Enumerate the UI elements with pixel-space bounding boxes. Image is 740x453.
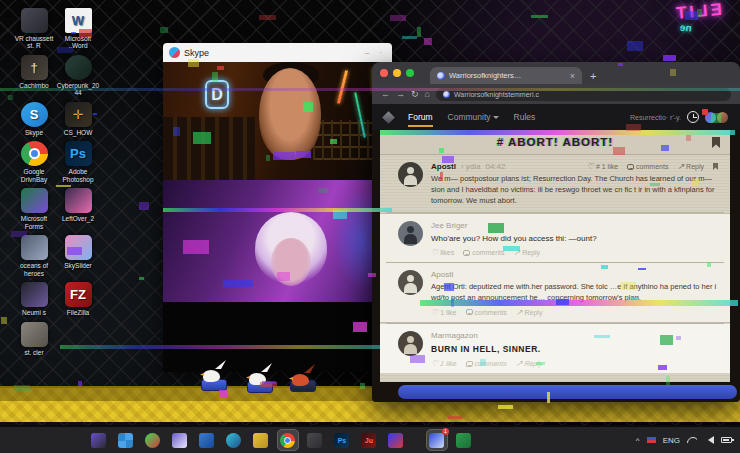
taskbar: PsJu1 ^ ENG [0, 425, 740, 453]
back-icon[interactable]: ← [381, 89, 390, 99]
desktop-icon-label: Google DrivnBay [12, 168, 56, 183]
avatar[interactable] [398, 270, 423, 295]
search-icon [145, 433, 160, 448]
taskbar-icon-widget[interactable] [89, 430, 109, 450]
like-button[interactable]: 1 like [431, 308, 457, 317]
reply-button[interactable]: Reply [677, 162, 704, 171]
post-author[interactable]: Jee Briger [431, 221, 467, 230]
desktop-icon-filezilla[interactable]: FZFileZilla [56, 282, 100, 316]
new-tab-button[interactable]: + [590, 70, 596, 82]
desktop-icon-photoshop[interactable]: PsAdobe Photoshop [56, 141, 100, 183]
skype-window-controls[interactable]: – · [365, 48, 386, 57]
desktop-icon-vr-headset[interactable]: VR chaussett st. R [12, 8, 56, 50]
like-button[interactable]: # 1 like [587, 162, 618, 171]
desktop-icon-word[interactable]: WMicrosoft ..Word [56, 8, 100, 50]
taskbar-icon-adobe[interactable]: Ju [359, 430, 379, 450]
wallpaper-neon-glitch-text: ELIT [672, 0, 722, 24]
glitch-block [531, 15, 548, 19]
battery-icon[interactable] [721, 437, 732, 443]
taskbar-icon-office[interactable] [197, 430, 217, 450]
comments-button[interactable]: comments [466, 309, 507, 316]
man-face [259, 68, 321, 160]
nav-tab-forum[interactable]: Forum [408, 112, 433, 127]
taskbar-icon-sheets[interactable] [454, 430, 474, 450]
glitch-block [160, 27, 168, 32]
desktop-icon-crucifix[interactable]: †Cachimbo [12, 55, 56, 97]
desktop-icon-skyslider[interactable]: SkySlider [56, 235, 100, 277]
post-author[interactable]: Apostl [431, 162, 456, 171]
reply-button[interactable]: Reply [516, 308, 543, 317]
taskbar-icon-start-button[interactable] [116, 430, 136, 450]
close-window-button[interactable] [380, 69, 388, 77]
taskbar-icon-game-client[interactable]: 1 [427, 430, 447, 450]
taskbar-icon-notes[interactable] [305, 430, 325, 450]
post-author[interactable]: Marmagazon [431, 331, 478, 340]
bar-shelf-decor [163, 117, 255, 180]
reply-icon [515, 359, 523, 368]
minimize-window-button[interactable] [393, 69, 401, 77]
forms-icon [21, 188, 48, 213]
comments-button[interactable]: comments [465, 360, 507, 367]
taskbar-icon-edge-browser[interactable] [224, 430, 244, 450]
desktop-icon-leftover[interactable]: LeftOver_2 [56, 188, 100, 230]
avatar[interactable] [398, 331, 423, 356]
window-traffic-lights[interactable] [380, 69, 414, 77]
post-author[interactable]: Apostl [431, 270, 453, 279]
desktop-icon-heroes[interactable]: oceans of heroes [12, 235, 56, 277]
taskbar-icon-media[interactable] [386, 430, 406, 450]
tab-close-icon[interactable]: × [570, 71, 575, 81]
reply-button[interactable]: Reply [515, 359, 543, 368]
tray-chevron-icon[interactable]: ^ [636, 436, 640, 445]
desktop-icon-label: st. cler [12, 349, 56, 356]
avatar[interactable] [398, 162, 423, 187]
language-indicator[interactable]: ENG [663, 436, 680, 445]
browser-window: Warriorsofknighters… × + ← → ↻ ⌂ Warrior… [372, 62, 740, 402]
post-meta: › ydia [461, 162, 481, 171]
comments-button[interactable]: comments [463, 249, 504, 256]
reload-icon[interactable]: ↻ [411, 89, 419, 99]
comments-button[interactable]: comments [627, 163, 668, 170]
desktop-icon-chrome-drive[interactable]: Google DrivnBay [12, 141, 56, 183]
bookmark-icon[interactable] [713, 163, 718, 170]
browser-tab[interactable]: Warriorsofknighters… × [430, 67, 582, 84]
avatar[interactable] [717, 112, 728, 123]
taskbar-icon-photoshop[interactable]: Ps [332, 430, 352, 450]
desktop-icon-label: Microsoft Forms [12, 215, 56, 230]
taskbar-icon-chrome[interactable] [278, 430, 298, 450]
desktop-icon-cyberpunk[interactable]: Cyberpunk_2044 [56, 55, 100, 97]
taskbar-icon-mail[interactable] [170, 430, 190, 450]
desktop-icon-label: Cachimbo [12, 82, 56, 89]
avatar[interactable] [398, 221, 423, 246]
home-icon[interactable]: ⌂ [425, 89, 430, 99]
desktop-icon-shield[interactable]: Neumi s [12, 282, 56, 316]
desktop-icon-cs-how[interactable]: ✛CS_HOW [56, 102, 100, 136]
desktop-icon-forms[interactable]: Microsoft Forms [12, 188, 56, 230]
nav-tab-community[interactable]: Community [448, 112, 499, 122]
taskbar-icon-file-explorer[interactable] [251, 430, 271, 450]
site-favicon [437, 72, 445, 80]
heart-icon [587, 162, 594, 171]
bookmark-icon[interactable] [712, 137, 720, 148]
like-button[interactable]: 1 like [430, 359, 457, 368]
taskbar-icon-search[interactable] [143, 430, 163, 450]
maximize-window-button[interactable] [406, 69, 414, 77]
avatar[interactable] [705, 112, 716, 123]
word-glyph: W [72, 14, 84, 27]
skype-icon: S [21, 102, 48, 127]
post-time: 04:42 [485, 162, 505, 171]
site-logo-icon [382, 111, 395, 124]
forward-icon[interactable]: → [396, 89, 405, 99]
nav-tab-rules[interactable]: Rules [514, 112, 536, 122]
desktop-icon-statue[interactable]: st. cler [12, 322, 56, 356]
desktop-icon-skype[interactable]: SSkype [12, 102, 56, 136]
desktop-icon-label: VR chaussett st. R [12, 35, 56, 50]
skype-titlebar[interactable]: Skype – · [163, 43, 392, 62]
volume-icon[interactable] [704, 436, 714, 444]
photoshop-glyph: Ps [70, 147, 86, 160]
post-actions: likes comments Reply [431, 248, 718, 257]
reply-button[interactable]: Reply [513, 248, 540, 257]
like-button[interactable]: likes [431, 248, 454, 257]
address-bar[interactable]: Warriorsofknightstemmeri.c [436, 88, 731, 101]
wifi-icon[interactable] [687, 437, 697, 443]
file-explorer-icon [253, 433, 268, 448]
